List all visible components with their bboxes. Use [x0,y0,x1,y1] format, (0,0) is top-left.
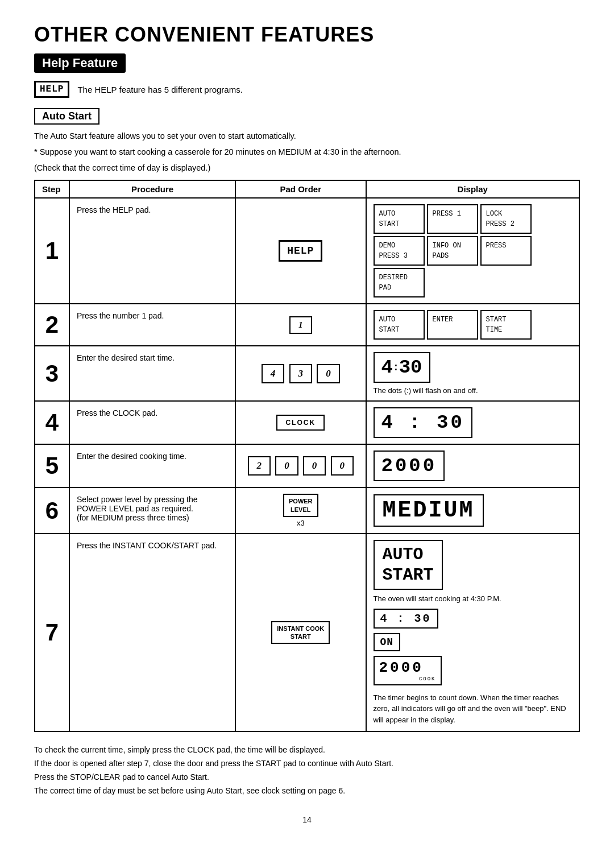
step-number: 4 [35,401,69,444]
step-number: 2 [35,304,69,346]
step2-display-area: AUTOSTART ENTER STARTTIME [374,310,572,340]
footer-notes: To check the current time, simply press … [34,743,580,797]
instant-cook-start-pad[interactable]: INSTANT COOKSTART [271,621,330,644]
help-badge: HELP [34,81,69,98]
step-procedure: Press the HELP pad. [69,198,235,304]
step1-display-area: AUTOSTART PRESS 1 LOCKPRESS 2 DEMOPRESS … [374,204,572,297]
display-press1: PRESS 1 [427,204,478,234]
table-row: 1 Press the HELP pad. HELP AUTOSTART PRE… [35,198,579,304]
col-pad-order: Pad Order [235,180,366,198]
display-enter: ENTER [427,310,478,340]
num4-pad[interactable]: 4 [262,364,285,383]
auto-start-desc2: * Suppose you want to start cooking a ca… [34,146,580,159]
col-display: Display [366,180,580,198]
display-start-time: STARTTIME [480,310,532,340]
table-row: 3 Enter the desired start time. 4 3 0 4:… [35,346,579,401]
cook-label: COOK [379,676,436,682]
display-2000: 2000 [374,450,445,481]
step-display: 4 : 30 [366,401,580,444]
display-medium: MEDIUM [374,494,484,527]
step-pad: HELP [235,198,366,304]
table-row: 6 Select power level by pressing the POW… [35,487,579,534]
footer-line3: Press the STOP/CLEAR pad to cancel Auto … [34,771,580,784]
display-430-step7a: 4 : 30 [374,609,438,629]
footer-line4: The correct time of day must be set befo… [34,784,580,798]
step-display: AUTOSTART ENTER STARTTIME [366,304,580,346]
step-pad: INSTANT COOKSTART [235,534,366,732]
num1-pad-button[interactable]: 1 [289,316,312,334]
steps-table: Step Procedure Pad Order Display 1 Press… [34,180,580,732]
clock-pad-button[interactable]: CLOCK [276,415,325,431]
page-number: 14 [34,815,580,824]
num0b-pad[interactable]: 0 [303,456,326,476]
help-intro-text: The HELP feature has 5 different program… [77,85,242,94]
oven-start-note: The oven will start cooking at 4:30 P.M. [374,594,501,603]
footer-line2: If the door is opened after step 7, clos… [34,757,580,771]
step-number: 1 [35,198,69,304]
num0-pad[interactable]: 0 [317,364,340,383]
table-row: 7 Press the INSTANT COOK/START pad. INST… [35,534,579,732]
step3-display-area: 4:30 The dots (:) will flash on and off. [374,352,572,395]
display-2000-step7: 2000 COOK [374,656,442,685]
step-procedure: Press the number 1 pad. [69,304,235,346]
auto-start-desc1: The Auto Start feature allows you to set… [34,130,580,143]
num0a-pad[interactable]: 0 [275,456,298,476]
step-display: AUTOSTART The oven will start cooking at… [366,534,580,732]
display-demo-press3: DEMOPRESS 3 [374,236,425,266]
step-display: 2000 [366,444,580,487]
timer-note: The timer begins to count down. When the… [374,692,572,726]
step-pad: POWERLEVEL x3 [235,487,366,534]
step-number: 6 [35,487,69,534]
num0c-pad[interactable]: 0 [331,456,354,476]
footer-line1: To check the current time, simply press … [34,743,580,757]
page-title: OTHER CONVENIENT FEATURES [34,23,580,47]
table-row: 2 Press the number 1 pad. 1 AUTOSTART EN… [35,304,579,346]
step-procedure: Select power level by pressing the POWER… [69,487,235,534]
display-desired-pad: DESIREDPAD [374,268,425,297]
step-number: 5 [35,444,69,487]
step-procedure: Enter the desired cooking time. [69,444,235,487]
step-display: MEDIUM [366,487,580,534]
display-on-step7: ON [374,633,401,651]
dots-note: The dots (:) will flash on and off. [374,386,572,395]
display-430: 4:30 [374,352,430,383]
power-level-pad[interactable]: POWERLEVEL [283,494,318,517]
col-procedure: Procedure [69,180,235,198]
step-display: AUTOSTART PRESS 1 LOCKPRESS 2 DEMOPRESS … [366,198,580,304]
display-auto-start: AUTOSTART [374,204,425,234]
help-intro: HELP The HELP feature has 5 different pr… [34,81,580,98]
step-number: 3 [35,346,69,401]
display-430-step4: 4 : 30 [374,407,472,438]
step-pad: 1 [235,304,366,346]
display-auto-start2: AUTOSTART [374,310,425,340]
x3-label: x3 [243,519,358,527]
col-step: Step [35,180,69,198]
display-lock-press2: LOCKPRESS 2 [480,204,532,234]
section-header: Help Feature [34,53,126,73]
display-press: PRESS [480,236,532,266]
step-display: 4:30 The dots (:) will flash on and off. [366,346,580,401]
step-procedure: Press the CLOCK pad. [69,401,235,444]
step7-display-area: AUTOSTART The oven will start cooking at… [374,540,572,726]
table-row: 4 Press the CLOCK pad. CLOCK 4 : 30 [35,401,579,444]
help-pad-button[interactable]: HELP [279,240,322,262]
step-pad: 2 0 0 0 [235,444,366,487]
step-pad: 4 3 0 [235,346,366,401]
step-procedure: Enter the desired start time. [69,346,235,401]
auto-start-header: Auto Start [34,108,99,125]
table-row: 5 Enter the desired cooking time. 2 0 0 … [35,444,579,487]
num2-pad[interactable]: 2 [248,456,271,476]
num3-pad[interactable]: 3 [289,364,313,383]
step-pad: CLOCK [235,401,366,444]
auto-start-desc3: (Check that the correct time of day is d… [34,162,580,175]
display-auto-start-big: AUTOSTART [374,540,443,590]
step-procedure: Press the INSTANT COOK/START pad. [69,534,235,732]
step-number: 7 [35,534,69,732]
display-info-on: INFO ONPADS [427,236,478,266]
